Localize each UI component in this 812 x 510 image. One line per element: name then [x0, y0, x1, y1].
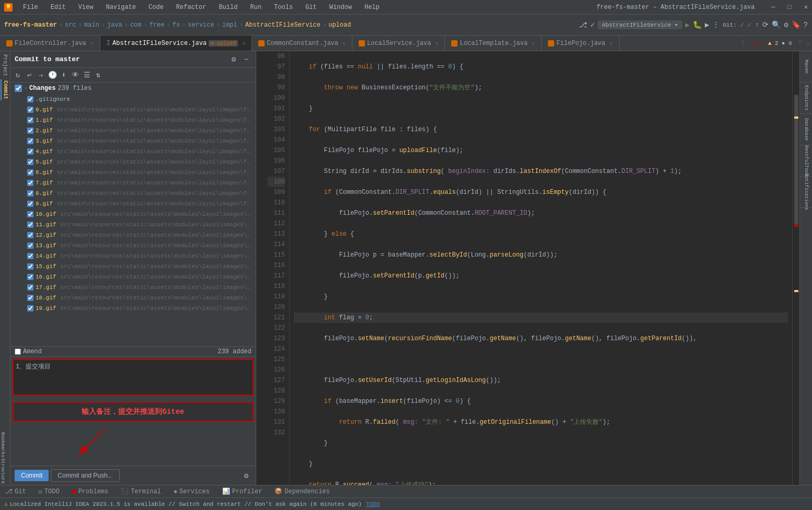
bottom-tab-dependencies[interactable]: 📦 Dependencies: [271, 485, 333, 498]
bottom-tab-problems[interactable]: Problems: [69, 485, 112, 498]
file-check[interactable]: [27, 284, 33, 291]
list-item[interactable]: 12.gif src\main\resources\static\assets\…: [10, 230, 256, 240]
code-scroll-area[interactable]: 96979899100 101102103104105 106107108109…: [256, 51, 799, 485]
help-icon[interactable]: ?: [804, 21, 808, 29]
file-check[interactable]: [27, 148, 33, 155]
tab-localtemplate[interactable]: LocalTemplate.java ✕: [445, 36, 542, 51]
list-item[interactable]: 5.gif src\main\resources\static\assets\m…: [10, 157, 256, 167]
commit-message-input[interactable]: 1、提交项目: [13, 359, 254, 396]
tab-filepojo[interactable]: FilePojo.java ✕: [542, 36, 620, 51]
tab-more-icon[interactable]: ⋮: [736, 39, 750, 47]
close-btn[interactable]: ✕: [804, 3, 808, 11]
bottom-tab-terminal[interactable]: ⬛ Terminal: [118, 485, 164, 498]
list-item[interactable]: 1.gif src\main\resources\static\assets\m…: [10, 115, 256, 125]
file-check[interactable]: [27, 180, 33, 186]
menu-code[interactable]: Code: [146, 3, 166, 12]
list-item[interactable]: 0.gif src\main\resources\static\assets\m…: [10, 105, 256, 115]
collapse-icon[interactable]: ⌄: [804, 39, 812, 47]
minimize-btn[interactable]: ─: [771, 4, 775, 11]
list-item[interactable]: 16.gif src\main\resources\static\assets\…: [10, 272, 256, 282]
coverage-icon[interactable]: ▶: [705, 20, 709, 29]
fold-arrow[interactable]: ▾: [24, 85, 27, 91]
tab-lt-close-icon[interactable]: ✕: [532, 40, 535, 47]
menu-run[interactable]: Run: [248, 3, 264, 12]
code-content[interactable]: if (files == null || files.length == 0) …: [290, 51, 792, 485]
refresh-icon[interactable]: ↻: [13, 70, 23, 80]
bottom-tab-todo[interactable]: ☑ TODO: [36, 485, 63, 498]
list-item[interactable]: 14.gif src\main\resources\static\assets\…: [10, 251, 256, 261]
menu-window[interactable]: Window: [327, 3, 354, 12]
bc-fs[interactable]: fs: [173, 21, 180, 29]
file-check[interactable]: [27, 295, 33, 301]
tab-active-close-icon[interactable]: ✕: [242, 40, 245, 47]
bc-method[interactable]: upload: [328, 21, 351, 29]
bottom-tab-git[interactable]: ⎇ Git: [2, 485, 29, 498]
list-item[interactable]: 18.gif src\main\resources\static\assets\…: [10, 293, 256, 303]
file-check[interactable]: [27, 274, 33, 280]
list-item[interactable]: 8.gif src\main\resources\static\assets\m…: [10, 188, 256, 199]
settings-gear-icon[interactable]: ⚙: [228, 54, 239, 65]
database-panel-label[interactable]: Database: [800, 114, 812, 145]
checkmark-icon[interactable]: ✓: [590, 20, 594, 29]
project-vert-label[interactable]: Project: [1, 53, 9, 77]
expand-icon[interactable]: ⌃: [796, 39, 804, 47]
git-fetch[interactable]: ⟳: [762, 20, 769, 29]
menu-navigate[interactable]: Navigate: [104, 3, 138, 12]
file-check[interactable]: [27, 169, 33, 176]
file-check[interactable]: [27, 222, 33, 228]
bottom-tab-services[interactable]: ◈ Services: [170, 485, 213, 498]
run-config-dropdown[interactable]: AbstractIFileService ▾: [598, 20, 682, 29]
commit-button[interactable]: Commit: [15, 470, 49, 481]
commit-vert-label[interactable]: Commit: [1, 79, 9, 100]
bc-src[interactable]: src: [65, 21, 76, 29]
bc-impl[interactable]: impl: [222, 21, 237, 29]
tab-close-icon[interactable]: ✕: [90, 40, 94, 47]
file-check[interactable]: [27, 107, 33, 113]
bookmarks-vert-label[interactable]: Bookmarks: [0, 432, 5, 458]
menu-edit[interactable]: Edit: [49, 3, 68, 12]
list-item[interactable]: 4.gif src\main\resources\static\assets\m…: [10, 146, 256, 157]
redo-icon[interactable]: ⇢: [36, 70, 46, 80]
list-item[interactable]: 13.gif src\main\resources\static\assets\…: [10, 240, 256, 251]
eye-icon[interactable]: 👁: [70, 70, 81, 80]
switch-restart-link[interactable]: TODO: [366, 501, 380, 507]
maven-panel-label[interactable]: Maven: [800, 51, 812, 83]
git-check2[interactable]: ✓: [747, 20, 751, 29]
menu-help[interactable]: Help: [362, 3, 382, 12]
tab-localservice[interactable]: LocalService.java ✕: [352, 36, 445, 51]
bookmark-icon[interactable]: 🔖: [792, 20, 800, 29]
tab-cc-close-icon[interactable]: ✕: [342, 40, 346, 47]
menu-tools[interactable]: Tools: [272, 3, 295, 12]
bc-java[interactable]: java: [107, 21, 122, 29]
file-check[interactable]: [27, 190, 33, 196]
undo-icon[interactable]: ↩: [24, 70, 35, 80]
notifications-panel-label[interactable]: Notifications: [800, 177, 812, 208]
bc-class[interactable]: AbstractIFileService: [245, 21, 321, 29]
list-item[interactable]: 2.gif src\main\resources\static\assets\m…: [10, 125, 256, 136]
bc-service[interactable]: service: [188, 21, 214, 29]
menu-file[interactable]: File: [21, 3, 40, 12]
tab-filecontroller[interactable]: FileController.java ✕: [0, 36, 100, 51]
menu-refactor[interactable]: Refactor: [174, 3, 209, 12]
download-icon[interactable]: ⬇: [59, 70, 69, 80]
list-item[interactable]: 19.gif src\main\resources\static\assets\…: [10, 303, 256, 314]
vcs-icon[interactable]: ⎇: [579, 20, 587, 29]
debug-icon[interactable]: 🐛: [693, 20, 702, 29]
file-check[interactable]: [27, 128, 33, 134]
bottom-tab-profiler[interactable]: 📊 Profiler: [219, 485, 266, 498]
bc-main[interactable]: main: [84, 21, 99, 29]
select-all-checkbox[interactable]: [15, 85, 22, 92]
list-item[interactable]: 6.gif src\main\resources\static\assets\m…: [10, 167, 256, 178]
list-item[interactable]: 3.gif src\main\resources\static\assets\m…: [10, 136, 256, 146]
more-run-icon[interactable]: ⋮: [712, 20, 719, 29]
restfultool-panel-label[interactable]: RestfulTool: [800, 145, 812, 177]
tab-ls-close-icon[interactable]: ✕: [435, 40, 438, 47]
menu-view[interactable]: View: [76, 3, 96, 12]
maximize-btn[interactable]: □: [788, 4, 792, 11]
file-check[interactable]: [27, 263, 33, 270]
settings-icon[interactable]: ⚙: [784, 20, 788, 29]
minimize-panel-icon[interactable]: −: [241, 54, 251, 65]
file-check[interactable]: [27, 201, 33, 207]
file-check[interactable]: [27, 211, 33, 217]
git-check1[interactable]: ✓: [740, 20, 744, 29]
